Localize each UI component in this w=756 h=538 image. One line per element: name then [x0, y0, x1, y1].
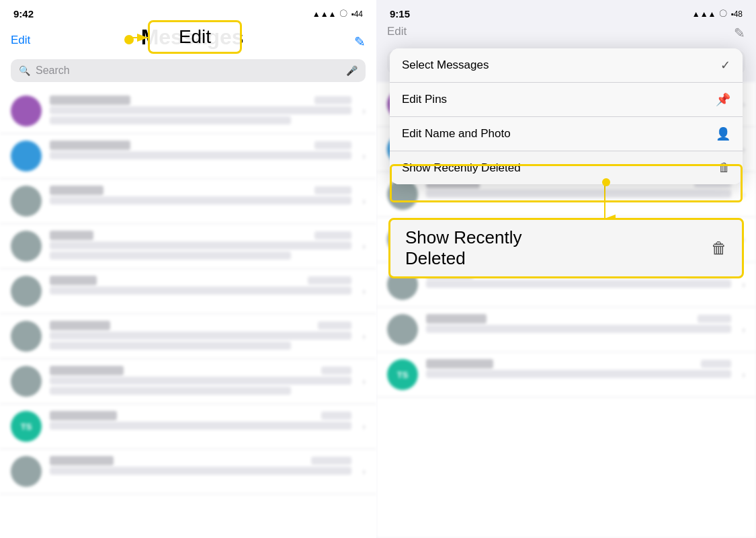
list-item: › [0, 89, 376, 134]
msg-content [426, 314, 731, 335]
chevron-icon: › [742, 144, 745, 155]
msg-content [50, 411, 351, 432]
left-compose-icon[interactable]: ✎ [354, 34, 366, 50]
dropdown-edit-pins[interactable]: Edit Pins 📌 [390, 83, 743, 117]
left-search-input[interactable]: 🔍 Search 🎤 [11, 59, 366, 82]
dropdown-select-messages[interactable]: Select Messages ✓ [390, 48, 743, 83]
dropdown-show-recently-deleted[interactable]: Show Recently Deleted 🗑 [390, 151, 743, 184]
avatar [387, 314, 418, 345]
msg-content [426, 359, 731, 380]
chevron-icon: › [362, 106, 366, 116]
chevron-icon: › [742, 189, 745, 200]
left-status-icons: ▲▲▲ 〇 ▪44 [312, 8, 363, 20]
dropdown-menu: Select Messages ✓ Edit Pins 📌 Edit Name … [390, 48, 743, 184]
msg-content [50, 95, 351, 124]
left-time: 9:42 [13, 8, 34, 20]
right-compose-icon[interactable]: ✎ [734, 25, 745, 41]
signal-icon: ▲▲▲ [312, 9, 337, 19]
avatar [11, 366, 42, 397]
edit-pins-label: Edit Pins [402, 93, 447, 106]
chevron-icon: › [742, 234, 745, 245]
avatar [11, 231, 42, 262]
select-messages-label: Select Messages [402, 59, 489, 72]
chevron-icon: › [742, 369, 745, 380]
left-message-list: › › › [0, 89, 376, 538]
chevron-icon: › [362, 241, 366, 252]
avatar [11, 321, 42, 352]
list-item: › [0, 224, 376, 269]
select-messages-icon: ✓ [720, 58, 730, 73]
wifi-icon: 〇 [719, 8, 727, 20]
left-messages-header: Edit Messages ✎ [0, 22, 376, 55]
list-item: TS › [376, 352, 756, 397]
right-status-bar: 9:15 ▲▲▲ 〇 ▪48 [376, 0, 756, 22]
edit-name-photo-label: Edit Name and Photo [402, 127, 511, 141]
list-item: › [0, 314, 376, 359]
avatar: TS [387, 359, 418, 390]
msg-content [426, 224, 731, 253]
signal-icon: ▲▲▲ [692, 9, 716, 19]
left-search-label: Search [36, 65, 70, 77]
show-recently-deleted-icon: 🗑 [718, 161, 730, 175]
avatar [11, 186, 42, 217]
right-phone: 9:15 ▲▲▲ 〇 ▪48 Edit ✎ 🔍 Search 🎤 [376, 0, 756, 538]
right-messages-header: Edit ✎ [376, 22, 756, 46]
avatar [11, 456, 42, 487]
chevron-icon: › [742, 99, 745, 110]
left-search-icon: 🔍 [19, 65, 30, 76]
chevron-icon: › [362, 331, 366, 342]
msg-content [426, 269, 731, 290]
left-mic-icon: 🎤 [346, 65, 358, 76]
list-item: › [0, 179, 376, 224]
list-item: › [0, 359, 376, 404]
msg-content [50, 186, 351, 206]
left-messages-title: Messages [141, 25, 244, 50]
show-recently-deleted-label: Show Recently Deleted [402, 161, 521, 175]
avatar [387, 224, 418, 255]
msg-content [50, 366, 351, 395]
battery-icon: ▪44 [351, 9, 363, 19]
right-time: 9:15 [390, 8, 410, 20]
list-item: › [376, 217, 756, 262]
list-item: › [376, 307, 756, 352]
chevron-icon: › [362, 196, 366, 206]
chevron-icon: › [742, 324, 745, 335]
chevron-icon: › [362, 466, 366, 477]
list-item: › [0, 134, 376, 179]
avatar [11, 141, 42, 171]
wifi-icon: 〇 [339, 8, 347, 20]
avatar [11, 95, 42, 126]
msg-content [50, 141, 351, 161]
battery-icon: ▪48 [730, 9, 743, 19]
list-item: › [0, 449, 376, 494]
right-edit-button[interactable]: Edit [387, 25, 407, 41]
edit-name-photo-icon: 👤 [716, 126, 730, 141]
msg-content [50, 276, 351, 297]
list-item: › [0, 269, 376, 314]
chevron-icon: › [362, 286, 366, 297]
right-status-icons: ▲▲▲ 〇 ▪48 [692, 8, 743, 20]
avatar: TS [11, 411, 42, 442]
left-edit-button[interactable]: Edit [11, 34, 30, 50]
chevron-icon: › [742, 279, 745, 290]
chevron-icon: › [362, 421, 366, 432]
chevron-icon: › [362, 151, 366, 161]
left-phone: 9:42 ▲▲▲ 〇 ▪44 Edit Messages ✎ 🔍 Search … [0, 0, 376, 538]
msg-content [50, 456, 351, 477]
edit-pins-icon: 📌 [716, 92, 730, 107]
avatar [11, 276, 42, 307]
list-item: › [376, 262, 756, 307]
chevron-icon: › [362, 376, 366, 387]
msg-content [50, 231, 351, 260]
list-item: TS › [0, 404, 376, 449]
msg-content [50, 321, 351, 350]
dropdown-edit-name-photo[interactable]: Edit Name and Photo 👤 [390, 117, 743, 151]
avatar [387, 269, 418, 300]
left-status-bar: 9:42 ▲▲▲ 〇 ▪44 [0, 0, 376, 22]
left-search-bar: 🔍 Search 🎤 [0, 55, 376, 89]
